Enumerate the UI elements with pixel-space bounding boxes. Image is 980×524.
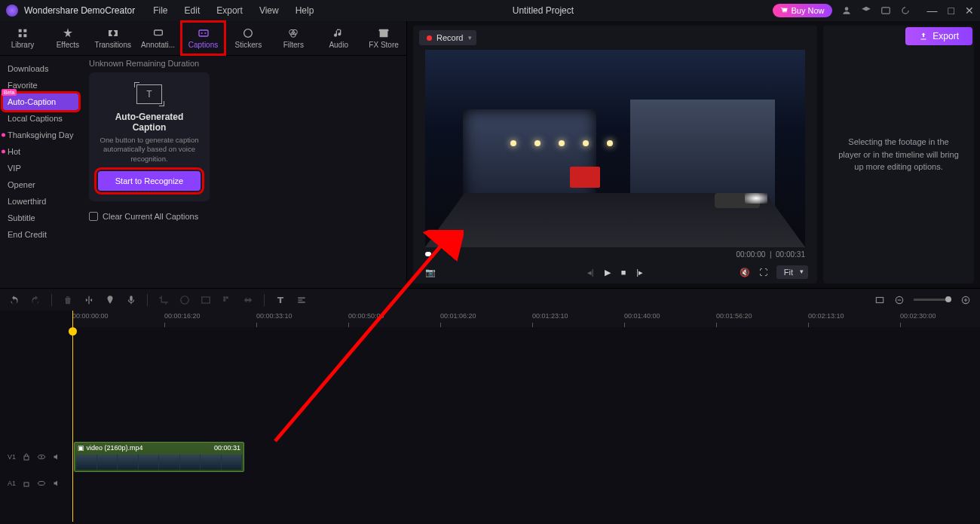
annotations-icon: [152, 27, 164, 39]
project-title: Untitled Project: [314, 5, 772, 16]
clear-captions-row[interactable]: Clear Current All Captions: [89, 212, 399, 221]
timeline[interactable]: 00:00:00:0000:00:16:2000:00:33:1000:00:5…: [0, 311, 980, 522]
undo-button[interactable]: [9, 295, 20, 305]
stickers-icon: [242, 27, 254, 39]
cat-lowerthird[interactable]: Lowerthird: [0, 193, 81, 210]
track-mute-icon[interactable]: [52, 479, 61, 488]
tab-annotations[interactable]: Annotati...: [136, 21, 181, 55]
play-button[interactable]: ▶: [605, 268, 611, 277]
crop-button[interactable]: [158, 295, 169, 305]
tab-transitions[interactable]: Transitions: [90, 21, 136, 55]
track-visible-icon[interactable]: [37, 452, 46, 461]
next-frame-button[interactable]: |▸: [636, 268, 643, 277]
mosaic-button[interactable]: [222, 295, 232, 305]
redo-button[interactable]: [30, 295, 41, 305]
filters-icon: [287, 27, 299, 39]
tab-audio[interactable]: Audio: [316, 21, 361, 55]
auto-fit-button[interactable]: [874, 295, 885, 305]
card-title: Auto-Generated Caption: [98, 112, 201, 133]
zoom-out-button[interactable]: [894, 295, 905, 305]
close-button[interactable]: ✕: [965, 5, 974, 17]
upload-icon: [919, 32, 928, 41]
voiceover-button[interactable]: [126, 295, 136, 305]
tab-filters[interactable]: Filters: [271, 21, 316, 55]
graduation-icon[interactable]: [861, 5, 871, 16]
menu-file[interactable]: File: [153, 5, 167, 16]
ruler-tick: 00:01:40:00: [624, 312, 660, 320]
audio-icon: [332, 27, 345, 39]
start-recognize-button[interactable]: Start to Recognize: [98, 171, 201, 191]
scrub-bar[interactable]: 00:00:00 | 00:00:31: [413, 247, 817, 261]
cat-thanksgiving[interactable]: Thanksgiving Day: [0, 127, 81, 143]
cat-local-captions[interactable]: Local Captions: [0, 110, 81, 127]
svg-point-17: [38, 482, 45, 486]
record-button[interactable]: Record: [419, 30, 476, 45]
fxstore-icon: [378, 27, 390, 39]
tab-fxstore[interactable]: FX Store: [361, 21, 406, 55]
mute-button[interactable]: 🔇: [740, 268, 750, 277]
message-icon[interactable]: [880, 5, 891, 16]
export-button[interactable]: Export: [905, 27, 972, 45]
svg-rect-1: [881, 8, 890, 14]
svg-point-0: [844, 7, 848, 11]
ruler-tick: 00:01:23:10: [532, 312, 568, 320]
cat-vip[interactable]: VIP: [0, 160, 81, 176]
scrub-handle[interactable]: [425, 252, 431, 256]
timeline-ruler[interactable]: 00:00:00:0000:00:16:2000:00:33:1000:00:5…: [72, 311, 980, 327]
track-lock-icon[interactable]: [22, 452, 31, 461]
refresh-icon[interactable]: [900, 5, 911, 16]
audio-track-row: A1: [0, 473, 980, 493]
zoom-in-button[interactable]: [960, 295, 971, 305]
ruler-tick: 00:00:33:10: [256, 312, 292, 320]
cat-auto-caption[interactable]: BetaAuto-Caption: [3, 93, 78, 110]
cat-subtitle[interactable]: Subtitle: [0, 210, 81, 226]
tool-tabs: Library Effects Transitions Annotati... …: [0, 21, 406, 56]
menu-export[interactable]: Export: [216, 5, 243, 16]
svg-rect-16: [24, 483, 29, 486]
stop-button[interactable]: ■: [621, 268, 626, 277]
align-button[interactable]: [296, 295, 307, 305]
fullscreen-button[interactable]: ⛶: [759, 268, 767, 277]
tab-effects[interactable]: Effects: [45, 21, 90, 55]
maximize-button[interactable]: □: [948, 5, 954, 17]
pan-button[interactable]: [243, 295, 253, 305]
text-style-button[interactable]: [275, 295, 286, 305]
marker-button[interactable]: [105, 295, 115, 305]
pip-button[interactable]: [201, 295, 211, 305]
svg-rect-10: [876, 297, 883, 302]
fit-select[interactable]: Fit: [776, 265, 808, 279]
prev-frame-button[interactable]: ◂|: [587, 268, 594, 277]
menu-view[interactable]: View: [259, 5, 279, 16]
ruler-tick: 00:01:06:20: [440, 312, 476, 320]
user-icon[interactable]: [841, 5, 852, 16]
menu-edit[interactable]: Edit: [185, 5, 201, 16]
split-button[interactable]: [84, 295, 94, 305]
minimize-button[interactable]: —: [927, 5, 938, 17]
cat-end-credit[interactable]: End Credit: [0, 226, 81, 243]
zoom-slider[interactable]: [914, 299, 951, 301]
timeline-toolbar: [0, 288, 980, 311]
buy-now-button[interactable]: Buy Now: [773, 4, 832, 17]
cat-downloads[interactable]: Downloads: [0, 60, 81, 77]
svg-point-15: [41, 456, 42, 458]
cat-hot[interactable]: Hot: [0, 143, 81, 160]
beta-badge: Beta: [2, 89, 17, 96]
video-clip[interactable]: ▣ video (2160p).mp400:00:31: [74, 442, 244, 472]
track-mute-icon[interactable]: [52, 452, 61, 461]
menu-help[interactable]: Help: [296, 5, 314, 16]
cat-opener[interactable]: Opener: [0, 176, 81, 193]
svg-point-4: [244, 29, 253, 38]
tab-library[interactable]: Library: [0, 21, 45, 55]
speed-button[interactable]: [179, 295, 190, 305]
video-preview[interactable]: [425, 50, 805, 247]
tab-captions[interactable]: Captions: [181, 21, 226, 55]
snapshot-button[interactable]: 📷: [425, 268, 436, 277]
tab-stickers[interactable]: Stickers: [225, 21, 271, 55]
new-dot-icon: [2, 150, 5, 154]
svg-point-8: [181, 296, 189, 304]
delete-button[interactable]: [63, 295, 73, 305]
clear-captions-checkbox[interactable]: [89, 212, 98, 221]
track-visible-icon[interactable]: [37, 479, 46, 488]
track-lock-icon[interactable]: [22, 479, 31, 488]
inspector-placeholder: Selecting the footage in the player or i…: [838, 136, 959, 173]
